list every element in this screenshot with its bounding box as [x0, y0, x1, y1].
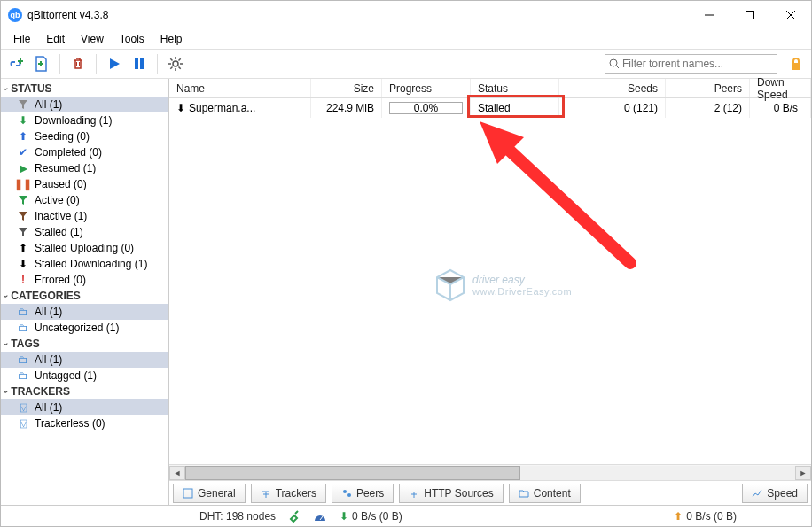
table-header: Name Size Progress Status Seeds Peers Do…	[169, 79, 811, 98]
filter-paused[interactable]: ❚❚Paused (0)	[1, 176, 168, 192]
maximize-button[interactable]	[730, 1, 770, 29]
svg-point-22	[347, 493, 351, 497]
filter-seeding[interactable]: ⬆Seeding (0)	[1, 128, 168, 144]
tab-general[interactable]: General	[173, 484, 246, 503]
filter-errored[interactable]: !Errored (0)	[1, 272, 168, 288]
cell-status: Stalled	[471, 98, 559, 118]
search-input[interactable]	[622, 58, 773, 70]
peers-icon	[341, 488, 352, 499]
cell-size: 224.9 MiB	[311, 98, 382, 118]
cube-icon	[435, 268, 465, 302]
col-peers[interactable]: Peers	[666, 79, 750, 97]
folder-icon: 🗀	[17, 369, 29, 382]
tab-trackers[interactable]: Trackers	[251, 484, 326, 503]
upload-icon: ⬆	[17, 130, 29, 143]
tag-untagged[interactable]: 🗀Untagged (1)	[1, 368, 168, 384]
tab-http-sources[interactable]: HTTP Sources	[399, 484, 503, 503]
col-size[interactable]: Size	[311, 79, 382, 97]
filter-all[interactable]: All (1)	[1, 97, 168, 112]
table-row[interactable]: ⬇Superman.a... 224.9 MiB 0.0% Stalled 0 …	[169, 98, 811, 118]
filter-all-icon	[17, 99, 29, 110]
chart-icon	[752, 488, 762, 499]
play-icon: ▶	[17, 162, 29, 174]
filter-stalled[interactable]: Stalled (1)	[1, 224, 168, 240]
tab-content[interactable]: Content	[509, 484, 581, 503]
menu-tools[interactable]: Tools	[113, 31, 152, 47]
tracker-all[interactable]: ⍌All (1)	[1, 399, 168, 415]
svg-rect-4	[135, 58, 138, 69]
http-icon	[409, 488, 419, 499]
search-box[interactable]	[605, 54, 777, 74]
close-button[interactable]	[770, 1, 811, 29]
chevron-down-icon: ›	[1, 342, 11, 345]
gauge-icon	[313, 511, 327, 522]
status-speed-limit-icon[interactable]	[313, 511, 327, 522]
toolbar	[1, 49, 811, 79]
menu-view[interactable]: View	[74, 31, 111, 47]
filter-downloading[interactable]: ⬇Downloading (1)	[1, 112, 168, 128]
status-section-header[interactable]: ›Status	[1, 81, 168, 97]
tags-section-header[interactable]: ›Tags	[1, 336, 168, 352]
filter-active[interactable]: Active (0)	[1, 192, 168, 208]
tab-peers[interactable]: Peers	[332, 484, 394, 503]
detail-tabs: General Trackers Peers HTTP Sources Cont…	[169, 480, 811, 505]
scroll-track[interactable]	[185, 466, 795, 480]
menu-help[interactable]: Help	[153, 31, 190, 47]
toolbar-separator	[59, 54, 60, 74]
scroll-right-button[interactable]: ►	[795, 466, 811, 480]
annotation-arrow	[462, 112, 657, 290]
scroll-thumb[interactable]	[185, 466, 520, 480]
filter-sidebar: ›Status All (1) ⬇Downloading (1) ⬆Seedin…	[1, 79, 169, 505]
window-controls	[689, 1, 811, 29]
svg-line-18	[497, 139, 630, 263]
chevron-down-icon: ›	[1, 87, 11, 89]
minimize-button[interactable]	[689, 1, 730, 29]
col-name[interactable]: Name	[169, 79, 311, 97]
scroll-left-button[interactable]: ◄	[169, 466, 185, 480]
col-down-speed[interactable]: Down Speed	[750, 79, 811, 97]
svg-rect-20	[183, 489, 192, 498]
trackers-section-header[interactable]: ›Trackers	[1, 384, 168, 399]
status-connection-icon[interactable]	[288, 510, 301, 523]
cell-peers: 2 (12)	[666, 98, 750, 118]
add-file-button[interactable]	[31, 53, 52, 74]
categories-section-header[interactable]: ›Categories	[1, 288, 168, 304]
filter-stalled-down[interactable]: ⬇Stalled Downloading (1)	[1, 256, 168, 272]
filter-stalled-up[interactable]: ⬆Stalled Uploading (0)	[1, 240, 168, 256]
lock-icon[interactable]	[786, 54, 806, 74]
download-icon: ⬇	[17, 114, 29, 127]
svg-point-6	[173, 61, 178, 66]
add-link-button[interactable]	[6, 53, 27, 74]
filter-resumed[interactable]: ▶Resumed (1)	[1, 160, 168, 176]
status-dht[interactable]: DHT: 198 nodes	[199, 510, 276, 523]
folder-icon: 🗀	[17, 306, 29, 318]
folder-icon: 🗀	[17, 322, 29, 334]
tracker-icon: ⍌	[17, 417, 29, 430]
settings-button[interactable]	[165, 53, 186, 74]
svg-line-11	[170, 58, 172, 60]
chevron-down-icon: ›	[1, 390, 11, 392]
col-seeds[interactable]: Seeds	[559, 79, 666, 97]
delete-button[interactable]	[67, 53, 89, 74]
tag-all[interactable]: 🗀All (1)	[1, 352, 168, 368]
tracker-trackerless[interactable]: ⍌Trackerless (0)	[1, 415, 168, 431]
col-progress[interactable]: Progress	[382, 79, 471, 97]
tab-speed[interactable]: Speed	[742, 484, 808, 503]
resume-button[interactable]	[104, 53, 125, 74]
col-status[interactable]: Status	[471, 79, 559, 97]
pause-button[interactable]	[129, 53, 150, 74]
filter-completed[interactable]: ✔Completed (0)	[1, 144, 168, 160]
status-upload[interactable]: ⬆0 B/s (0 B)	[674, 510, 737, 523]
chevron-down-icon: ›	[1, 294, 11, 297]
filter-inactive[interactable]: Inactive (1)	[1, 208, 168, 224]
category-all[interactable]: 🗀All (1)	[1, 304, 168, 320]
category-uncategorized[interactable]: 🗀Uncategorized (1)	[1, 320, 168, 336]
status-download[interactable]: ⬇0 B/s (0 B)	[340, 510, 402, 523]
download-icon: ⬇	[340, 510, 348, 523]
menu-file[interactable]: File	[6, 31, 37, 47]
plug-icon	[288, 510, 301, 523]
menu-edit[interactable]: Edit	[39, 31, 72, 47]
svg-point-15	[610, 59, 617, 66]
cell-progress: 0.0%	[382, 98, 471, 118]
horizontal-scrollbar[interactable]: ◄ ►	[169, 464, 811, 480]
